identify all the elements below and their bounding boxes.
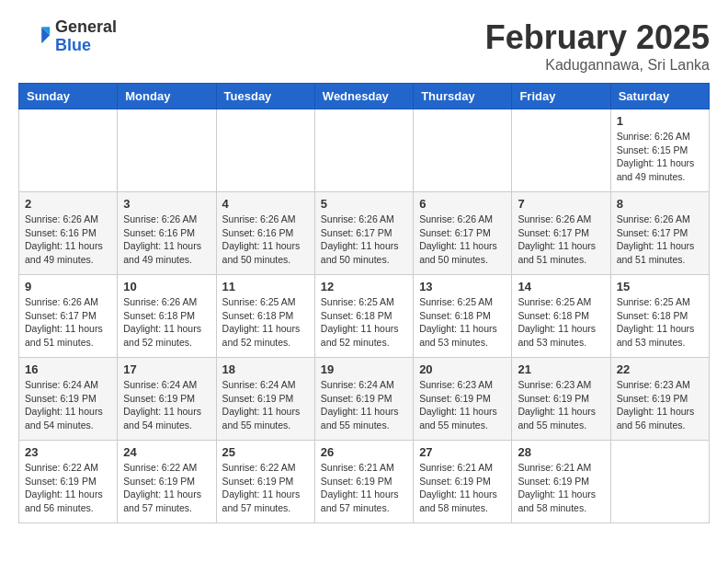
- month-year: February 2025: [485, 18, 710, 57]
- day-number: 12: [321, 280, 407, 293]
- calendar-day-cell: 16Sunrise: 6:24 AMSunset: 6:19 PMDayligh…: [19, 358, 118, 441]
- day-number: 28: [518, 445, 604, 459]
- calendar-day-cell: 10Sunrise: 6:26 AMSunset: 6:18 PMDayligh…: [118, 275, 216, 358]
- day-info: Sunrise: 6:21 AMSunset: 6:19 PMDaylight:…: [518, 461, 604, 515]
- calendar-day-cell: 6Sunrise: 6:26 AMSunset: 6:17 PMDaylight…: [414, 192, 512, 275]
- weekday-header-thursday: Thursday: [414, 84, 512, 109]
- calendar-day-cell: [610, 441, 709, 523]
- calendar-day-cell: 4Sunrise: 6:26 AMSunset: 6:16 PMDaylight…: [216, 192, 314, 275]
- calendar-day-cell: [216, 109, 314, 192]
- day-number: 21: [518, 362, 604, 376]
- calendar-day-cell: 24Sunrise: 6:22 AMSunset: 6:19 PMDayligh…: [118, 441, 216, 523]
- day-info: Sunrise: 6:25 AMSunset: 6:18 PMDaylight:…: [518, 295, 604, 350]
- calendar-day-cell: 18Sunrise: 6:24 AMSunset: 6:19 PMDayligh…: [216, 358, 314, 441]
- day-info: Sunrise: 6:26 AMSunset: 6:16 PMDaylight:…: [25, 213, 111, 267]
- calendar-week-row: 9Sunrise: 6:26 AMSunset: 6:17 PMDaylight…: [19, 275, 710, 358]
- day-number: 2: [25, 197, 111, 211]
- calendar-day-cell: [118, 109, 216, 192]
- day-info: Sunrise: 6:24 AMSunset: 6:19 PMDaylight:…: [25, 378, 111, 432]
- logo-text: General Blue: [55, 18, 117, 55]
- day-number: 24: [123, 445, 210, 459]
- day-info: Sunrise: 6:21 AMSunset: 6:19 PMDaylight:…: [419, 461, 506, 515]
- day-number: 22: [617, 362, 703, 376]
- calendar-week-row: 1Sunrise: 6:26 AMSunset: 6:15 PMDaylight…: [19, 109, 710, 192]
- day-info: Sunrise: 6:26 AMSunset: 6:15 PMDaylight:…: [617, 130, 703, 184]
- calendar-day-cell: 28Sunrise: 6:21 AMSunset: 6:19 PMDayligh…: [512, 441, 610, 523]
- calendar-day-cell: 1Sunrise: 6:26 AMSunset: 6:15 PMDaylight…: [610, 109, 709, 192]
- calendar-day-cell: 7Sunrise: 6:26 AMSunset: 6:17 PMDaylight…: [512, 192, 610, 275]
- calendar-week-row: 16Sunrise: 6:24 AMSunset: 6:19 PMDayligh…: [19, 358, 710, 441]
- day-info: Sunrise: 6:23 AMSunset: 6:19 PMDaylight:…: [419, 378, 506, 432]
- weekday-header-row: SundayMondayTuesdayWednesdayThursdayFrid…: [19, 84, 710, 109]
- calendar-day-cell: 3Sunrise: 6:26 AMSunset: 6:16 PMDaylight…: [118, 192, 216, 275]
- calendar-day-cell: 11Sunrise: 6:25 AMSunset: 6:18 PMDayligh…: [216, 275, 314, 358]
- day-number: 4: [222, 197, 309, 211]
- calendar-day-cell: 22Sunrise: 6:23 AMSunset: 6:19 PMDayligh…: [610, 358, 709, 441]
- day-info: Sunrise: 6:23 AMSunset: 6:19 PMDaylight:…: [617, 378, 703, 432]
- day-info: Sunrise: 6:25 AMSunset: 6:18 PMDaylight:…: [419, 295, 506, 350]
- calendar-table: SundayMondayTuesdayWednesdayThursdayFrid…: [18, 83, 710, 523]
- day-info: Sunrise: 6:26 AMSunset: 6:17 PMDaylight:…: [419, 213, 506, 267]
- day-number: 10: [123, 280, 210, 293]
- calendar-day-cell: 26Sunrise: 6:21 AMSunset: 6:19 PMDayligh…: [314, 441, 413, 523]
- logo-icon: [18, 20, 51, 53]
- day-number: 11: [222, 280, 309, 293]
- day-info: Sunrise: 6:21 AMSunset: 6:19 PMDaylight:…: [321, 461, 407, 515]
- day-number: 19: [321, 362, 407, 376]
- calendar-day-cell: 13Sunrise: 6:25 AMSunset: 6:18 PMDayligh…: [414, 275, 512, 358]
- weekday-header-monday: Monday: [118, 84, 216, 109]
- day-info: Sunrise: 6:26 AMSunset: 6:17 PMDaylight:…: [617, 213, 703, 267]
- calendar-day-cell: 8Sunrise: 6:26 AMSunset: 6:17 PMDaylight…: [610, 192, 709, 275]
- day-info: Sunrise: 6:22 AMSunset: 6:19 PMDaylight:…: [123, 461, 210, 515]
- day-info: Sunrise: 6:26 AMSunset: 6:16 PMDaylight:…: [123, 213, 210, 267]
- day-number: 27: [419, 445, 506, 459]
- calendar-week-row: 23Sunrise: 6:22 AMSunset: 6:19 PMDayligh…: [19, 441, 710, 523]
- logo: General Blue: [18, 18, 117, 55]
- weekday-header-friday: Friday: [512, 84, 610, 109]
- day-number: 18: [222, 362, 309, 376]
- day-number: 3: [123, 197, 210, 211]
- calendar-day-cell: 23Sunrise: 6:22 AMSunset: 6:19 PMDayligh…: [19, 441, 118, 523]
- day-number: 14: [518, 280, 604, 293]
- calendar-day-cell: [314, 109, 413, 192]
- day-number: 15: [617, 280, 703, 293]
- day-info: Sunrise: 6:22 AMSunset: 6:19 PMDaylight:…: [222, 461, 309, 515]
- day-number: 5: [321, 197, 407, 211]
- day-number: 20: [419, 362, 506, 376]
- weekday-header-tuesday: Tuesday: [216, 84, 314, 109]
- calendar-day-cell: [512, 109, 610, 192]
- day-number: 8: [617, 197, 703, 211]
- calendar-day-cell: 17Sunrise: 6:24 AMSunset: 6:19 PMDayligh…: [118, 358, 216, 441]
- day-info: Sunrise: 6:24 AMSunset: 6:19 PMDaylight:…: [123, 378, 210, 432]
- day-info: Sunrise: 6:26 AMSunset: 6:16 PMDaylight:…: [222, 213, 309, 267]
- day-info: Sunrise: 6:25 AMSunset: 6:18 PMDaylight:…: [321, 295, 407, 350]
- calendar-day-cell: 25Sunrise: 6:22 AMSunset: 6:19 PMDayligh…: [216, 441, 314, 523]
- calendar-day-cell: 14Sunrise: 6:25 AMSunset: 6:18 PMDayligh…: [512, 275, 610, 358]
- day-number: 9: [25, 280, 111, 293]
- calendar-day-cell: [19, 109, 118, 192]
- title-block: February 2025 Kadugannawa, Sri Lanka: [485, 18, 710, 74]
- calendar-day-cell: 21Sunrise: 6:23 AMSunset: 6:19 PMDayligh…: [512, 358, 610, 441]
- day-info: Sunrise: 6:25 AMSunset: 6:18 PMDaylight:…: [222, 295, 309, 350]
- calendar-day-cell: 20Sunrise: 6:23 AMSunset: 6:19 PMDayligh…: [414, 358, 512, 441]
- location: Kadugannawa, Sri Lanka: [485, 57, 710, 74]
- weekday-header-sunday: Sunday: [19, 84, 118, 109]
- calendar-day-cell: 15Sunrise: 6:25 AMSunset: 6:18 PMDayligh…: [610, 275, 709, 358]
- day-info: Sunrise: 6:26 AMSunset: 6:17 PMDaylight:…: [321, 213, 407, 267]
- day-info: Sunrise: 6:26 AMSunset: 6:17 PMDaylight:…: [25, 295, 111, 350]
- calendar-week-row: 2Sunrise: 6:26 AMSunset: 6:16 PMDaylight…: [19, 192, 710, 275]
- day-info: Sunrise: 6:25 AMSunset: 6:18 PMDaylight:…: [617, 295, 703, 350]
- day-info: Sunrise: 6:24 AMSunset: 6:19 PMDaylight:…: [222, 378, 309, 432]
- calendar-day-cell: 19Sunrise: 6:24 AMSunset: 6:19 PMDayligh…: [314, 358, 413, 441]
- weekday-header-wednesday: Wednesday: [314, 84, 413, 109]
- weekday-header-saturday: Saturday: [610, 84, 709, 109]
- day-number: 23: [25, 445, 111, 459]
- day-number: 17: [123, 362, 210, 376]
- calendar-day-cell: 9Sunrise: 6:26 AMSunset: 6:17 PMDaylight…: [19, 275, 118, 358]
- calendar-day-cell: 27Sunrise: 6:21 AMSunset: 6:19 PMDayligh…: [414, 441, 512, 523]
- day-number: 1: [617, 114, 703, 128]
- day-number: 25: [222, 445, 309, 459]
- day-info: Sunrise: 6:23 AMSunset: 6:19 PMDaylight:…: [518, 378, 604, 432]
- day-number: 13: [419, 280, 506, 293]
- calendar-day-cell: 5Sunrise: 6:26 AMSunset: 6:17 PMDaylight…: [314, 192, 413, 275]
